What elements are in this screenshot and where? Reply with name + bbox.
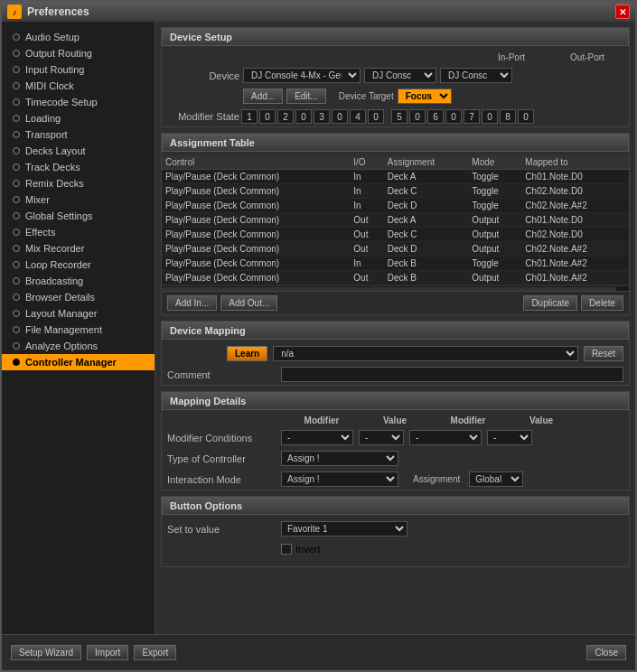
import-button[interactable]: Import [87, 645, 128, 660]
sidebar-item-output-routing[interactable]: Output Routing [2, 45, 155, 61]
table-row[interactable]: Play/Pause (Deck Common)OutDeck BOutputC… [162, 271, 629, 285]
table-scrollbar[interactable] [162, 285, 629, 291]
reset-button[interactable]: Reset [584, 346, 623, 361]
table-row[interactable]: Play/Pause (Deck Common)InDeck BToggleCh… [162, 257, 629, 271]
sidebar-item-decks-layout[interactable]: Decks Layout [2, 143, 155, 159]
sidebar-item-effects[interactable]: Effects [2, 224, 155, 240]
mapping-value-select[interactable]: n/a [273, 346, 578, 361]
mod-val-3: 0 [332, 109, 348, 124]
table-cell-mode: Toggle [468, 199, 521, 213]
table-cell-mapped: Ch02.Note.D0 [521, 228, 629, 242]
invert-checkbox[interactable] [281, 544, 292, 555]
table-row[interactable]: Play/Pause (Deck Common)OutDeck AOutputC… [162, 213, 629, 228]
device-mapping-section: Device Mapping Learn n/a Reset Comment [161, 321, 630, 386]
device-select[interactable]: DJ Console 4-Mx - Gen [243, 68, 361, 83]
sidebar-item-controller-manager[interactable]: Controller Manager [2, 354, 155, 370]
sidebar-item-broadcasting[interactable]: Broadcasting [2, 273, 155, 289]
sidebar-item-label: Controller Manager [25, 357, 117, 368]
interaction-mode-select[interactable]: Assign ! [281, 471, 398, 487]
table-cell-mode: Output [468, 228, 521, 242]
add-button[interactable]: Add... [243, 89, 283, 104]
table-row[interactable]: Play/Pause (Deck Common)OutDeck COutputC… [162, 228, 629, 242]
learn-row: Learn n/a Reset [162, 343, 629, 364]
assignment-table-wrapper[interactable]: Control I/O Assignment Mode Mapped to Pl… [162, 155, 629, 285]
add-edit-row: Add... Edit... Device Target Focus [162, 86, 629, 107]
device-target-select[interactable]: Focus [398, 89, 452, 104]
learn-button[interactable]: Learn [227, 346, 267, 361]
table-cell-control: Play/Pause (Deck Common) [162, 199, 350, 213]
sidebar-item-input-routing[interactable]: Input Routing [2, 61, 155, 78]
sidebar-item-audio-setup[interactable]: Audio Setup [2, 29, 155, 45]
table-cell-mapped: Ch01.Note.D0 [521, 170, 629, 184]
export-button[interactable]: Export [134, 645, 176, 660]
assignment-table-header: Assignment Table [162, 134, 629, 152]
delete-button[interactable]: Delete [581, 295, 623, 311]
sidebar-item-analyze-options[interactable]: Analyze Options [2, 338, 155, 354]
sidebar-item-label: Mix Recorder [25, 243, 84, 254]
table-cell-mapped: Ch01.Note.A#2 [521, 257, 629, 271]
table-cell-mapped: Ch02.Note.A#2 [521, 242, 629, 257]
modifier-conditions-row: Modifier Conditions - - - - [162, 427, 629, 448]
sidebar-item-label: Global Settings [25, 210, 93, 221]
modifier-cond-dash1[interactable]: - [359, 430, 404, 445]
sidebar-item-track-decks[interactable]: Track Decks [2, 159, 155, 175]
table-cell-io: Out [350, 213, 383, 228]
sidebar-dot [13, 147, 20, 154]
device-setup-section: Device Setup In-Port Out-Port Device DJ … [161, 27, 630, 127]
sidebar-dot [13, 66, 20, 73]
modifier-col-label: Modifier [281, 415, 362, 425]
sidebar-item-midi-clock[interactable]: MIDI Clock [2, 78, 155, 94]
edit-button[interactable]: Edit... [286, 89, 326, 104]
spacer [162, 559, 629, 566]
sidebar-item-label: Decks Layout [25, 145, 86, 156]
duplicate-button[interactable]: Duplicate [523, 295, 577, 311]
mod-num-5: 5 [391, 109, 407, 124]
sidebar-item-loop-recorder[interactable]: Loop Recorder [2, 257, 155, 273]
sidebar-item-timecode-setup[interactable]: Timecode Setup [2, 94, 155, 110]
add-in-button[interactable]: Add In... [167, 295, 217, 311]
sidebar-item-remix-decks[interactable]: Remix Decks [2, 175, 155, 191]
table-cell-mapped: Ch02.Note.D0 [521, 184, 629, 199]
sidebar-item-label: Timecode Setup [25, 97, 98, 107]
sidebar-item-label: Browser Details [25, 292, 95, 303]
modifier-cond-select2[interactable]: - [409, 430, 482, 445]
invert-label: Invert [295, 544, 321, 555]
table-cell-mode: Output [468, 242, 521, 257]
sidebar-item-mixer[interactable]: Mixer [2, 191, 155, 208]
table-row[interactable]: Play/Pause (Deck Common)InDeck CToggleCh… [162, 184, 629, 199]
table-cell-mode: Toggle [468, 170, 521, 184]
modifier-cond-dash2[interactable]: - [487, 430, 532, 445]
sidebar-item-transport[interactable]: Transport [2, 126, 155, 143]
assignment-select[interactable]: Global [469, 471, 523, 487]
type-of-controller-select[interactable]: Assign ! [281, 451, 398, 466]
mod-num-1: 1 [241, 109, 258, 124]
out-port-select[interactable]: DJ Consc [440, 68, 512, 83]
table-row[interactable]: Play/Pause (Deck Common)OutDeck DOutputC… [162, 242, 629, 257]
mod-num-3: 3 [314, 109, 330, 124]
table-row[interactable]: Play/Pause (Deck Common)InDeck DToggleCh… [162, 199, 629, 213]
sidebar-item-global-settings[interactable]: Global Settings [2, 208, 155, 224]
sidebar-dot [13, 326, 20, 333]
sidebar-item-file-management[interactable]: File Management [2, 322, 155, 338]
table-row[interactable]: Play/Pause (Deck Common)InDeck AToggleCh… [162, 170, 629, 184]
device-select-row: Device DJ Console 4-Mx - Gen DJ Consc DJ… [162, 65, 629, 86]
sidebar-item-browser-details[interactable]: Browser Details [2, 289, 155, 305]
add-out-button[interactable]: Add Out... [220, 295, 277, 311]
comment-input[interactable] [281, 367, 623, 382]
mapping-details-header: Mapping Details [162, 392, 629, 410]
sidebar-item-layout-manager[interactable]: Layout Manager [2, 305, 155, 322]
invert-row: Invert [162, 539, 629, 559]
set-to-value-select[interactable]: Favorite 1 [281, 521, 407, 537]
table-cell-mapped: Ch01.Note.D0 [521, 213, 629, 228]
window-close-button[interactable]: ✕ [615, 5, 630, 19]
sidebar-item-label: Loading [25, 113, 61, 124]
sidebar-item-mix-recorder[interactable]: Mix Recorder [2, 240, 155, 257]
in-port-select[interactable]: DJ Consc [364, 68, 436, 83]
sidebar-item-label: Input Routing [25, 64, 84, 75]
sidebar-dot [13, 359, 20, 366]
modifier-cond-select1[interactable]: - [281, 430, 353, 445]
setup-wizard-button[interactable]: Setup Wizard [11, 645, 81, 660]
sidebar-item-loading[interactable]: Loading [2, 110, 155, 126]
close-button[interactable]: Close [586, 645, 626, 660]
table-cell-mode: Output [468, 271, 521, 285]
